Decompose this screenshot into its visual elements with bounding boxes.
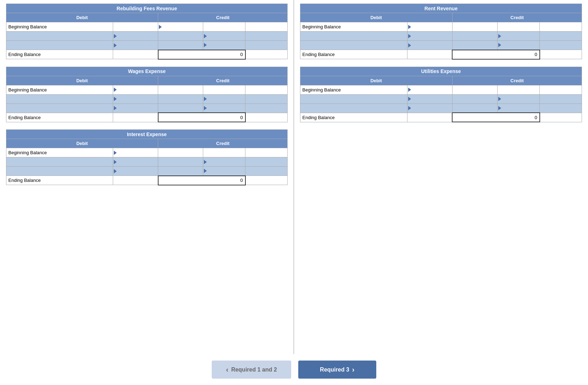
rebuilding-fees-revenue-table: Rebuilding Fees Revenue Debit Credit Beg… <box>6 4 288 60</box>
rent-row3-debit1[interactable] <box>407 41 452 50</box>
utilities-ending-balance-label: Ending Balance <box>300 113 407 122</box>
utilities-debit-input-1[interactable] <box>407 85 452 94</box>
interest-beginning-balance-label: Beginning Balance <box>6 148 113 157</box>
utilities-credit-input-2[interactable] <box>540 85 582 94</box>
utilities-ending-value: 0 <box>452 113 539 122</box>
rebuilding-fees-ending-balance-label: Ending Balance <box>6 50 113 59</box>
next-arrow-icon: › <box>352 366 355 374</box>
wages-ending-empty <box>245 113 288 122</box>
rent-row3-debit2[interactable] <box>452 41 497 50</box>
interest-expense-table: Interest Expense Debit Credit Beginning … <box>6 129 288 185</box>
rent-row3-credit2[interactable] <box>540 41 582 50</box>
next-button[interactable]: Required 3 › <box>298 361 376 379</box>
interest-ending-debit[interactable] <box>113 176 158 185</box>
wages-row2-label <box>6 94 113 104</box>
utilities-row2-debit1[interactable] <box>407 94 452 104</box>
utilities-row2-debit2[interactable] <box>452 94 497 104</box>
wages-debit-input-1[interactable] <box>113 85 158 94</box>
utilities-row2-credit1[interactable] <box>497 94 539 104</box>
rent-row3-credit1[interactable] <box>497 41 539 50</box>
wages-row2-debit1[interactable] <box>113 94 158 104</box>
utilities-row3-credit1[interactable] <box>497 104 539 113</box>
wages-debit-input-2[interactable] <box>158 85 203 94</box>
utilities-expense-title: Utilities Expense <box>300 67 582 76</box>
utilities-credit-input-1[interactable] <box>497 85 539 94</box>
interest-ending-balance-label: Ending Balance <box>6 176 113 185</box>
interest-row3-debit1[interactable] <box>113 167 158 176</box>
wages-debit-header: Debit <box>6 76 158 85</box>
utilities-row2-label <box>300 94 407 104</box>
interest-row3-debit2[interactable] <box>158 167 203 176</box>
wages-row3-credit2[interactable] <box>245 104 288 113</box>
utilities-beginning-balance-label: Beginning Balance <box>300 85 407 94</box>
rebuilding-fees-row2-debit1[interactable] <box>113 32 158 41</box>
interest-debit-input-2[interactable] <box>158 148 203 157</box>
interest-credit-input-2[interactable] <box>245 148 288 157</box>
next-button-label: Required 3 <box>320 367 349 373</box>
interest-row3-credit2[interactable] <box>245 167 288 176</box>
rebuilding-fees-credit-header: Credit <box>158 13 288 22</box>
rent-row2-credit1[interactable] <box>497 32 539 41</box>
utilities-row3-credit2[interactable] <box>540 104 582 113</box>
wages-beginning-balance-label: Beginning Balance <box>6 85 113 94</box>
interest-expense-title: Interest Expense <box>6 130 288 139</box>
rent-row2-label <box>300 32 407 41</box>
rebuilding-fees-row3-credit2[interactable] <box>245 41 288 50</box>
interest-row2-credit2[interactable] <box>245 157 288 167</box>
interest-row3-credit1[interactable] <box>203 167 245 176</box>
wages-row3-debit2[interactable] <box>158 104 203 113</box>
utilities-credit-header: Credit <box>452 76 582 85</box>
utilities-debit-input-2[interactable] <box>452 85 497 94</box>
rebuilding-fees-row3-label <box>6 41 113 50</box>
rebuilding-fees-credit-input-1[interactable] <box>158 22 203 32</box>
rent-ending-debit[interactable] <box>407 50 452 59</box>
rent-row2-credit2[interactable] <box>540 32 582 41</box>
prev-button[interactable]: ‹ Required 1 and 2 <box>212 361 291 379</box>
rent-debit-input-1[interactable] <box>407 22 452 32</box>
wages-credit-input-2[interactable] <box>245 85 288 94</box>
wages-credit-header: Credit <box>158 76 288 85</box>
rebuilding-fees-ending-empty <box>245 50 288 59</box>
rent-row2-debit1[interactable] <box>407 32 452 41</box>
rebuilding-fees-row3-debit2[interactable] <box>158 41 203 50</box>
wages-row2-credit2[interactable] <box>245 94 288 104</box>
interest-row2-label <box>6 157 113 167</box>
rebuilding-fees-row2-credit1[interactable] <box>203 32 245 41</box>
utilities-row2-credit2[interactable] <box>540 94 582 104</box>
rebuilding-fees-credit-input-3[interactable] <box>245 22 288 32</box>
wages-row2-credit1[interactable] <box>203 94 245 104</box>
interest-debit-header: Debit <box>6 139 158 148</box>
left-panel: Rebuilding Fees Revenue Debit Credit Beg… <box>0 0 294 354</box>
wages-ending-debit[interactable] <box>113 113 158 122</box>
wages-row2-debit2[interactable] <box>158 94 203 104</box>
wages-credit-input-1[interactable] <box>203 85 245 94</box>
rent-debit-input-2[interactable] <box>452 22 497 32</box>
interest-row2-debit1[interactable] <box>113 157 158 167</box>
rebuilding-fees-credit-input-2[interactable] <box>203 22 245 32</box>
interest-row2-credit1[interactable] <box>203 157 245 167</box>
rebuilding-fees-debit-header: Debit <box>6 13 158 22</box>
utilities-row3-debit2[interactable] <box>452 104 497 113</box>
interest-credit-input-1[interactable] <box>203 148 245 157</box>
interest-row2-debit2[interactable] <box>158 157 203 167</box>
rent-credit-input-2[interactable] <box>540 22 582 32</box>
rent-credit-input-1[interactable] <box>497 22 539 32</box>
wages-row3-debit1[interactable] <box>113 104 158 113</box>
rebuilding-fees-row3-debit1[interactable] <box>113 41 158 50</box>
rebuilding-fees-revenue-title: Rebuilding Fees Revenue <box>6 4 288 13</box>
wages-row3-credit1[interactable] <box>203 104 245 113</box>
rent-row2-debit2[interactable] <box>452 32 497 41</box>
navigation-bar: ‹ Required 1 and 2 Required 3 › <box>0 354 588 385</box>
rebuilding-fees-row2-credit2[interactable] <box>245 32 288 41</box>
rebuilding-fees-debit-input-1[interactable] <box>113 22 158 32</box>
interest-debit-input-1[interactable] <box>113 148 158 157</box>
rent-revenue-title: Rent Revenue <box>300 4 582 13</box>
rebuilding-fees-row2-debit2[interactable] <box>158 32 203 41</box>
rent-debit-header: Debit <box>300 13 452 22</box>
utilities-ending-debit[interactable] <box>407 113 452 122</box>
rebuilding-fees-ending-debit[interactable] <box>113 50 158 59</box>
prev-arrow-icon: ‹ <box>226 366 228 374</box>
rebuilding-fees-row3-credit1[interactable] <box>203 41 245 50</box>
utilities-row3-debit1[interactable] <box>407 104 452 113</box>
rebuilding-fees-beginning-balance-label: Beginning Balance <box>6 22 113 32</box>
